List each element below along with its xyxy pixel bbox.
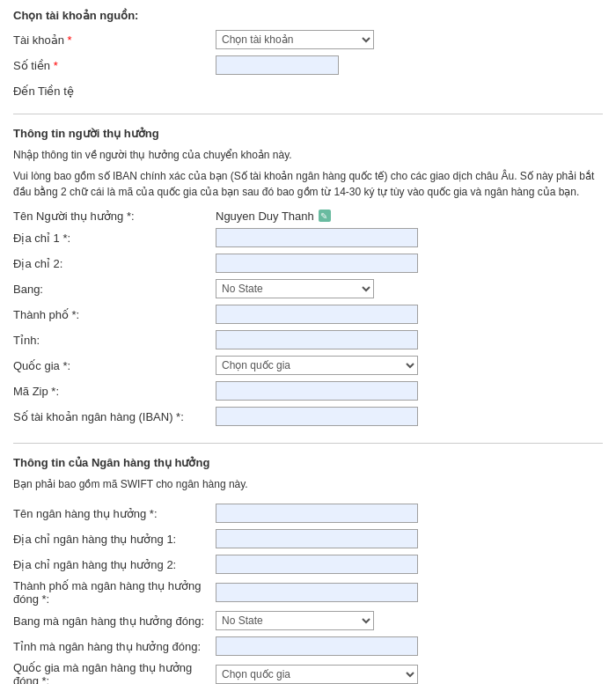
bank-province-row: Tỉnh mà ngân hàng thụ hưởng đóng:: [13, 636, 603, 657]
divider-1: [13, 114, 603, 114]
recipient-name-row: Tên Người thụ hưởng *: Nguyen Duy Thanh …: [13, 209, 603, 223]
address2-label: Địa chỉ 2:: [13, 257, 216, 270]
country-label: Quốc gia *:: [13, 359, 216, 372]
iban-label: Số tài khoản ngân hàng (IBAN) *:: [13, 410, 216, 423]
bank-province-input[interactable]: [216, 636, 418, 656]
iban-input[interactable]: [216, 407, 418, 426]
zip-input[interactable]: [216, 381, 418, 401]
recipient-info-text1: Nhập thông tin về người thụ hưởng của ch…: [13, 147, 603, 163]
bank-address1-input[interactable]: [216, 529, 418, 548]
bank-name-input[interactable]: [216, 504, 418, 523]
amount-row: Số tiền *: [13, 55, 603, 76]
province-label: Tỉnh:: [13, 334, 216, 347]
bank-country-label: Quốc gia mà ngân hàng thụ hưởng đóng *:: [13, 661, 216, 684]
iban-row: Số tài khoản ngân hàng (IBAN) *:: [13, 406, 603, 427]
source-account-section: Chọn tài khoản nguồn: Tài khoản * Chọn t…: [13, 9, 603, 101]
bank-address2-label: Địa chỉ ngân hàng thụ hưởng 2:: [13, 558, 216, 571]
address1-label: Địa chỉ 1 *:: [13, 232, 216, 245]
bank-info-text: Bạn phải bao gồm mã SWIFT cho ngân hàng …: [13, 476, 603, 492]
bank-address1-row: Địa chỉ ngân hàng thụ hưởng 1:: [13, 528, 603, 549]
state-select[interactable]: No State: [216, 279, 374, 298]
amount-input[interactable]: [216, 55, 339, 75]
edit-icon[interactable]: ✎: [318, 209, 332, 223]
recipient-info-section: Thông tin người thụ hưởng Nhập thông tin…: [13, 127, 603, 427]
svg-text:✎: ✎: [320, 211, 327, 221]
bank-info-section: Thông tin của Ngân hàng thụ hưởng Bạn ph…: [13, 456, 603, 684]
country-select[interactable]: Chọn quốc gia: [216, 356, 418, 375]
bank-address2-row: Địa chỉ ngân hàng thụ hưởng 2:: [13, 554, 603, 575]
account-label: Tài khoản *: [13, 33, 216, 47]
country-row: Quốc gia *: Chọn quốc gia: [13, 355, 603, 376]
bank-city-row: Thành phố mà ngân hàng thụ hưởng đóng *:: [13, 579, 603, 606]
address2-input[interactable]: [216, 254, 418, 273]
bank-name-label: Tên ngân hàng thụ hưởng *:: [13, 507, 216, 520]
bank-address2-input[interactable]: [216, 555, 418, 574]
account-select[interactable]: Chọn tài khoản: [216, 30, 374, 49]
bank-state-label: Bang mà ngân hàng thụ hưởng đóng:: [13, 614, 216, 628]
bank-province-label: Tỉnh mà ngân hàng thụ hưởng đóng:: [13, 640, 216, 653]
bank-country-select[interactable]: Chọn quốc gia: [216, 665, 418, 684]
bank-country-row: Quốc gia mà ngân hàng thụ hưởng đóng *: …: [13, 661, 603, 684]
state-label: Bang:: [13, 283, 216, 296]
source-account-title: Chọn tài khoản nguồn:: [13, 9, 603, 22]
address2-row: Địa chỉ 2:: [13, 253, 603, 274]
recipient-name-label: Tên Người thụ hưởng *:: [13, 210, 216, 223]
currency-label: Đến Tiền tệ: [13, 85, 216, 98]
bank-name-row: Tên ngân hàng thụ hưởng *:: [13, 503, 603, 524]
zip-row: Mã Zip *:: [13, 380, 603, 401]
province-row: Tỉnh:: [13, 329, 603, 350]
bank-city-label: Thành phố mà ngân hàng thụ hưởng đóng *:: [13, 579, 216, 606]
state-row: Bang: No State: [13, 278, 603, 299]
divider-2: [13, 443, 603, 444]
recipient-name-value: Nguyen Duy Thanh ✎: [216, 209, 332, 223]
city-input[interactable]: [216, 305, 418, 324]
zip-label: Mã Zip *:: [13, 385, 216, 398]
bank-state-select[interactable]: No State: [216, 611, 374, 630]
city-row: Thành phố *:: [13, 304, 603, 325]
account-required: *: [68, 33, 72, 47]
bank-address1-label: Địa chỉ ngân hàng thụ hưởng 1:: [13, 533, 216, 546]
bank-info-title: Thông tin của Ngân hàng thụ hưởng: [13, 456, 603, 469]
amount-required: *: [54, 59, 58, 72]
city-label: Thành phố *:: [13, 308, 216, 321]
province-input[interactable]: [216, 330, 418, 349]
amount-label: Số tiền *: [13, 59, 216, 72]
account-row: Tài khoản * Chọn tài khoản: [13, 29, 603, 50]
currency-row: Đến Tiền tệ: [13, 80, 603, 101]
recipient-info-text2: Vui lòng bao gồm số IBAN chính xác của b…: [13, 168, 603, 200]
recipient-info-title: Thông tin người thụ hưởng: [13, 127, 603, 140]
bank-state-row: Bang mà ngân hàng thụ hưởng đóng: No Sta…: [13, 610, 603, 631]
address1-row: Địa chỉ 1 *:: [13, 227, 603, 248]
bank-city-input[interactable]: [216, 583, 418, 602]
address1-input[interactable]: [216, 228, 418, 247]
recipient-name-text: Nguyen Duy Thanh: [216, 210, 314, 223]
